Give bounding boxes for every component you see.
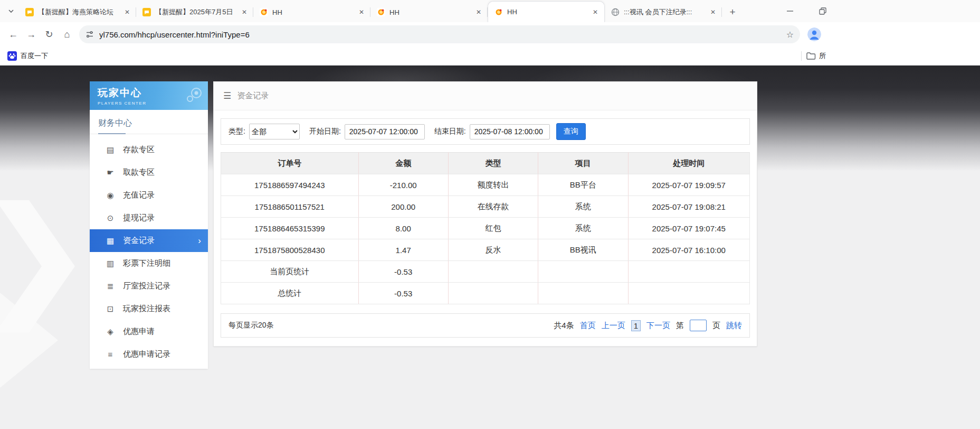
sidebar-item-label: 提现记录: [123, 213, 155, 223]
all-bookmarks-button[interactable]: 所: [806, 51, 826, 61]
table-row: 1751886597494243 -210.00 额度转出 BB平台 2025-…: [221, 174, 750, 196]
chat-bubble-icon: [25, 8, 34, 16]
hall-bets-icon: ≣: [106, 282, 115, 291]
current-page-button[interactable]: 1: [631, 320, 641, 331]
query-button[interactable]: 查询: [556, 123, 586, 140]
back-button[interactable]: ←: [4, 25, 22, 43]
table-summary-row-page: 当前页统计 -0.53: [221, 261, 750, 283]
cell-amount: 200.00: [358, 196, 448, 218]
jump-button[interactable]: 跳转: [726, 321, 742, 331]
restore-icon: [819, 7, 826, 15]
prev-page-link[interactable]: 上一页: [602, 321, 625, 331]
sidebar-item-withdraw[interactable]: ☛ 取款专区: [90, 161, 208, 184]
cell-amount: 1.47: [358, 239, 448, 261]
player-center-sidebar: 玩家中心 PLAYERS CENTER 财务中心 ▤ 存款专区 ☛ 取款专区 ◉…: [90, 81, 208, 369]
pagination-bar: 每页显示20条 共4条 首页 上一页 1 下一页 第 页 跳转: [221, 313, 750, 338]
promo-records-icon: ≡: [106, 350, 115, 359]
jump-suffix-label: 页: [712, 321, 720, 331]
bookmark-baidu[interactable]: 百度一下: [7, 51, 48, 61]
close-icon[interactable]: ✕: [240, 7, 249, 17]
player-report-icon: ⊡: [106, 304, 115, 314]
tab-search-button[interactable]: [3, 0, 19, 22]
withdraw-icon: ☛: [106, 168, 115, 178]
cell-time: [628, 261, 750, 283]
sidebar-item-fund-records[interactable]: ▦ 资金记录 ›: [90, 229, 208, 252]
type-select[interactable]: 全部: [249, 124, 300, 139]
all-bookmarks-label: 所: [819, 51, 826, 61]
start-date-input[interactable]: [345, 124, 425, 139]
cell-time: 2025-07-07 19:09:57: [628, 174, 750, 196]
address-bar[interactable]: yl756.com/hhcp/usercenter.html?iniType=6…: [79, 25, 800, 43]
jump-page-input[interactable]: [690, 320, 707, 331]
close-icon[interactable]: ✕: [357, 7, 366, 17]
cell-summary-label: 当前页统计: [221, 261, 359, 283]
promo-apply-icon: ◈: [106, 327, 115, 337]
restore-button[interactable]: [815, 3, 831, 19]
sidebar-item-label: 玩家投注报表: [123, 304, 170, 314]
close-icon[interactable]: ✕: [708, 7, 718, 17]
table-summary-row-total: 总统计 -0.53: [221, 283, 750, 304]
tab-title: 【新提醒】2025年7月5日: [155, 7, 235, 17]
deposit-icon: ▤: [106, 145, 115, 155]
minimize-icon: [786, 7, 794, 15]
table-header-row: 订单号 金额 类型 项目 处理时间: [221, 153, 750, 174]
total-count-text: 共4条: [554, 321, 574, 331]
cell-type: 红包: [448, 218, 538, 239]
cell-type: [448, 261, 538, 283]
baidu-icon: [7, 51, 17, 61]
cell-time: 2025-07-07 16:10:00: [628, 239, 750, 261]
panel-header: ☰ 资金记录: [214, 82, 757, 110]
sidebar-section-title: 财务中心: [90, 110, 208, 134]
tab-hh-2[interactable]: HH ✕: [370, 2, 488, 22]
end-date-input[interactable]: [470, 124, 550, 139]
sidebar-item-cashout-records[interactable]: ⊙ 提现记录: [90, 207, 208, 229]
profile-avatar[interactable]: [807, 27, 821, 41]
cell-amount: 8.00: [358, 218, 448, 239]
sidebar-item-label: 存款专区: [123, 145, 155, 155]
sidebar-item-player-bet-report[interactable]: ⊡ 玩家投注报表: [90, 297, 208, 320]
sidebar-item-promo-records[interactable]: ≡ 优惠申请记录: [90, 343, 208, 366]
first-page-link[interactable]: 首页: [580, 321, 596, 331]
tab-hh-1[interactable]: HH ✕: [253, 2, 370, 22]
url-text[interactable]: yl756.com/hhcp/usercenter.html?iniType=6: [99, 30, 781, 39]
page-title: 资金记录: [237, 91, 269, 101]
tab-hh-active[interactable]: HH ✕: [488, 1, 605, 22]
tab-title: :::视讯 会员下注纪录:::: [624, 7, 704, 17]
tab-video-records[interactable]: :::视讯 会员下注纪录::: ✕: [605, 2, 722, 22]
sidebar-item-lottery-bet-detail[interactable]: ▥ 彩票下注明细: [90, 252, 208, 275]
cell-project: [538, 261, 628, 283]
sidebar-menu: ▤ 存款专区 ☛ 取款专区 ◉ 充值记录 ⊙ 提现记录 ▦ 资金记录 › ▥: [90, 134, 208, 366]
sidebar-header: 玩家中心 PLAYERS CENTER: [90, 81, 208, 110]
close-icon[interactable]: ✕: [122, 7, 132, 17]
col-type: 类型: [448, 153, 538, 174]
person-icon: [807, 27, 821, 41]
tab-title: HH: [389, 8, 470, 16]
cell-type: [448, 283, 538, 304]
hh-site-icon: [260, 8, 268, 16]
col-time: 处理时间: [628, 153, 750, 174]
sidebar-item-promo-apply[interactable]: ◈ 优惠申请: [90, 320, 208, 343]
home-button[interactable]: ⌂: [58, 25, 76, 43]
bookmarks-bar: 百度一下 所: [0, 46, 980, 66]
tab-forum-1[interactable]: 【新提醒】海燕策略论坛 ✕: [19, 2, 136, 22]
reload-button[interactable]: ↻: [40, 25, 58, 43]
sidebar-item-recharge-records[interactable]: ◉ 充值记录: [90, 184, 208, 207]
cell-type: 在线存款: [448, 196, 538, 218]
close-icon[interactable]: ✕: [591, 7, 600, 17]
close-icon[interactable]: ✕: [474, 7, 483, 17]
sidebar-item-label: 彩票下注明细: [123, 258, 170, 268]
tab-title: HH: [272, 8, 353, 16]
sidebar-item-deposit[interactable]: ▤ 存款专区: [90, 138, 208, 161]
col-amount: 金额: [358, 153, 448, 174]
minimize-button[interactable]: [782, 3, 798, 19]
next-page-link[interactable]: 下一页: [646, 321, 670, 331]
cell-project: [538, 283, 628, 304]
forward-button[interactable]: →: [22, 25, 40, 43]
bookmark-star-icon[interactable]: ☆: [786, 30, 794, 40]
site-info-icon[interactable]: [85, 30, 94, 39]
sidebar-item-hall-bet-records[interactable]: ≣ 厅室投注记录: [90, 275, 208, 297]
start-date-label: 开始日期:: [309, 127, 341, 136]
new-tab-button[interactable]: +: [725, 5, 740, 20]
tab-forum-2[interactable]: 【新提醒】2025年7月5日 ✕: [136, 2, 253, 22]
chevron-down-icon: [8, 8, 14, 14]
